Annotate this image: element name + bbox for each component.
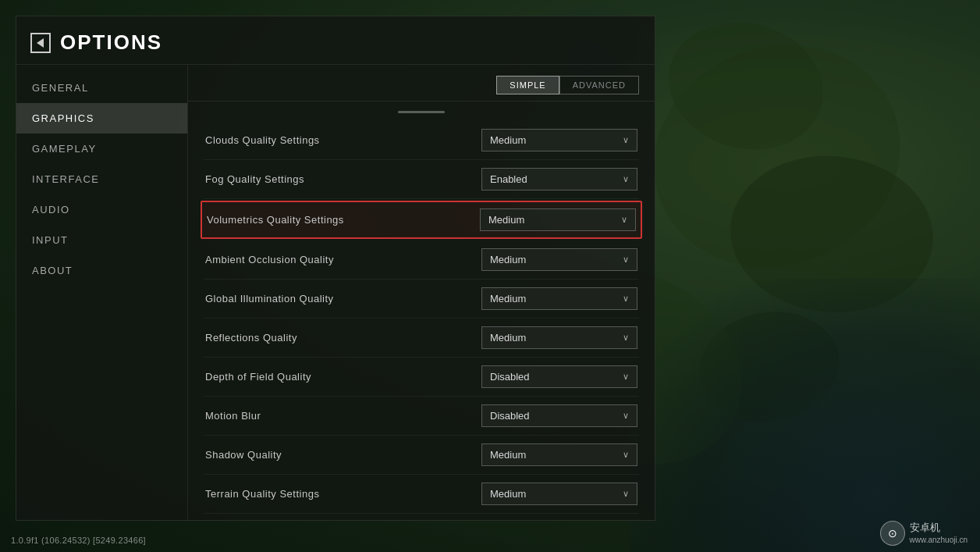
setting-row-clouds: Clouds Quality SettingsMedium∨ [204,121,639,160]
setting-value-clouds: Medium [490,134,526,146]
setting-dropdown-arrow-fog: ∨ [623,174,629,184]
setting-row-water: Water Quality SettingsMedium∨ [204,514,639,520]
setting-value-terrain: Medium [490,488,526,500]
setting-label-global_illum: Global Illumination Quality [205,293,334,304]
tab-advanced[interactable]: ADVANCED [559,76,639,94]
sidebar-item-input[interactable]: INPUT [16,225,187,255]
setting-row-terrain: Terrain Quality SettingsMedium∨ [204,475,639,514]
setting-dropdown-motion_blur[interactable]: Disabled∨ [481,404,637,427]
setting-dropdown-clouds[interactable]: Medium∨ [481,129,637,151]
watermark-text: 安卓机 www.anzhuoji.cn [910,522,968,545]
options-header: OPTIONS [16,16,655,65]
watermark-site: www.anzhuoji.cn [910,535,968,545]
sidebar-item-graphics[interactable]: GRAPHICS [16,103,187,134]
setting-label-ambient: Ambient Occlusion Quality [205,254,334,265]
options-panel: OPTIONS GENERALGRAPHICSGAMEPLAYINTERFACE… [16,16,655,521]
watermark: ⊙ 安卓机 www.anzhuoji.cn [880,521,968,546]
setting-label-dof: Depth of Field Quality [205,371,311,383]
settings-list[interactable]: Clouds Quality SettingsMedium∨Fog Qualit… [188,115,655,520]
setting-row-shadow: Shadow QualityMedium∨ [204,436,639,475]
setting-label-motion_blur: Motion Blur [205,410,261,422]
setting-row-ambient: Ambient Occlusion QualityMedium∨ [204,240,639,280]
setting-dropdown-global_illum[interactable]: Medium∨ [481,287,637,310]
setting-dropdown-arrow-volumetrics: ∨ [621,215,627,225]
setting-dropdown-arrow-dof: ∨ [623,372,629,382]
setting-dropdown-arrow-clouds: ∨ [623,135,629,145]
back-arrow-icon [37,38,44,48]
setting-dropdown-dof[interactable]: Disabled∨ [481,365,637,388]
setting-dropdown-arrow-ambient: ∨ [623,255,629,265]
setting-dropdown-arrow-global_illum: ∨ [623,294,629,304]
setting-label-terrain: Terrain Quality Settings [205,488,319,500]
setting-value-reflections: Medium [490,332,526,344]
setting-dropdown-reflections[interactable]: Medium∨ [481,326,637,349]
setting-label-shadow: Shadow Quality [205,449,282,461]
scroll-indicator-wrap [188,101,655,115]
setting-dropdown-fog[interactable]: Enabled∨ [481,168,637,191]
sidebar: GENERALGRAPHICSGAMEPLAYINTERFACEAUDIOINP… [16,65,188,520]
setting-row-reflections: Reflections QualityMedium∨ [204,319,639,358]
sidebar-item-audio[interactable]: AUDIO [16,194,187,225]
setting-row-motion_blur: Motion BlurDisabled∨ [204,397,639,436]
setting-dropdown-arrow-motion_blur: ∨ [623,411,629,421]
setting-dropdown-terrain[interactable]: Medium∨ [481,483,637,505]
setting-value-dof: Disabled [490,371,530,383]
setting-value-shadow: Medium [490,449,526,461]
sidebar-item-general[interactable]: GENERAL [16,73,187,103]
tab-bar: SIMPLEADVANCED [188,65,655,101]
setting-dropdown-arrow-shadow: ∨ [623,450,629,460]
content-area: SIMPLEADVANCED Clouds Quality SettingsMe… [188,65,655,520]
back-button[interactable] [30,33,51,53]
setting-value-ambient: Medium [490,254,526,265]
setting-value-motion_blur: Disabled [490,410,530,422]
options-body: GENERALGRAPHICSGAMEPLAYINTERFACEAUDIOINP… [16,65,655,520]
setting-value-fog: Enabled [490,173,527,185]
sidebar-item-gameplay[interactable]: GAMEPLAY [16,134,187,164]
watermark-logo-icon: ⊙ [880,521,905,546]
scroll-indicator [398,111,445,113]
sidebar-item-about[interactable]: ABOUT [16,255,187,286]
setting-row-fog: Fog Quality SettingsEnabled∨ [204,160,639,199]
setting-label-volumetrics: Volumetrics Quality Settings [207,214,344,226]
sidebar-item-interface[interactable]: INTERFACE [16,164,187,194]
watermark-brand: 安卓机 [910,522,968,535]
setting-row-global_illum: Global Illumination QualityMedium∨ [204,280,639,319]
setting-label-reflections: Reflections Quality [205,332,297,344]
setting-dropdown-shadow[interactable]: Medium∨ [481,443,637,466]
setting-dropdown-volumetrics[interactable]: Medium∨ [480,208,636,231]
page-title: OPTIONS [60,30,162,55]
bottom-bar: 1.0.9f1 (106.24532) [5249.23466] [0,529,980,552]
setting-row-dof: Depth of Field QualityDisabled∨ [204,358,639,397]
setting-dropdown-arrow-reflections: ∨ [623,333,629,343]
setting-label-clouds: Clouds Quality Settings [205,134,320,146]
setting-value-global_illum: Medium [490,293,526,304]
version-text: 1.0.9f1 (106.24532) [5249.23466] [11,536,146,545]
tab-simple[interactable]: SIMPLE [496,76,559,94]
setting-dropdown-ambient[interactable]: Medium∨ [481,248,637,271]
setting-value-volumetrics: Medium [488,214,524,226]
setting-dropdown-arrow-terrain: ∨ [623,489,629,499]
setting-row-volumetrics: Volumetrics Quality SettingsMedium∨ [201,201,642,239]
setting-label-fog: Fog Quality Settings [205,173,304,185]
